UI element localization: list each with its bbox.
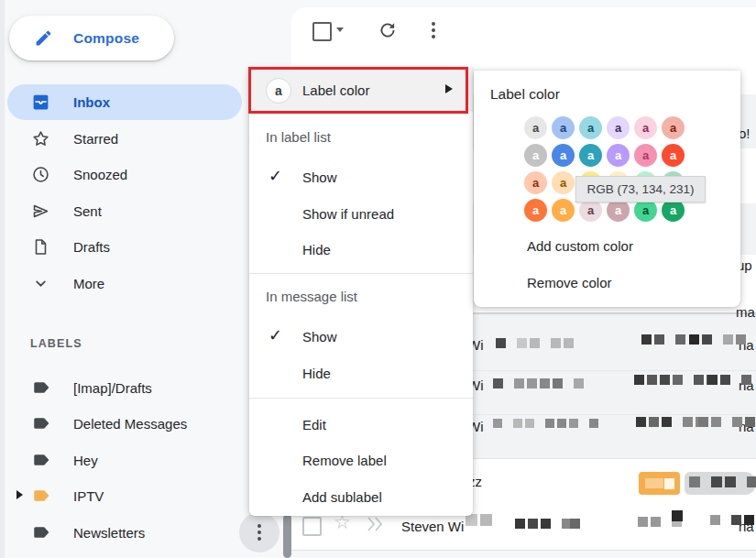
color-swatch[interactable]: a	[662, 116, 685, 139]
menu-item-add-custom-color[interactable]: Add custom color	[474, 232, 740, 259]
tag-icon	[33, 378, 51, 397]
clock-icon	[31, 165, 50, 184]
tag-icon	[33, 451, 51, 469]
redacted-pixels	[515, 519, 572, 529]
menu-item-add-sublabel[interactable]: Add sublabel	[249, 478, 473, 515]
label-name: Deleted Messages	[73, 416, 187, 432]
menu-item-show-if-unread[interactable]: Show if unread	[249, 195, 473, 232]
sidebar-item-sent[interactable]: Sent	[0, 193, 244, 229]
redacted-pixels	[672, 510, 683, 521]
nav-label: Sent	[73, 203, 102, 219]
sidebar-item-drafts[interactable]: Drafts	[0, 229, 244, 265]
refresh-icon[interactable]	[378, 20, 398, 40]
sidebar-scrollbar[interactable]	[283, 514, 291, 558]
inbox-icon	[31, 93, 50, 112]
color-swatch[interactable]: a	[634, 116, 657, 139]
clipped-snippet: ma	[736, 304, 755, 320]
menu-item-edit[interactable]: Edit	[249, 406, 473, 443]
menu-item-show-message-list[interactable]: ✓ Show	[249, 318, 473, 355]
row-hairline	[473, 414, 756, 415]
nav-label: Inbox	[73, 94, 110, 110]
email-row-checkbox[interactable]	[302, 517, 322, 536]
nav-label: Drafts	[73, 239, 110, 255]
select-all-checkbox[interactable]	[312, 22, 332, 41]
sidebar-item-snoozed[interactable]: Snoozed	[0, 157, 244, 192]
bottom-strip	[291, 551, 756, 558]
color-swatch[interactable]: a	[579, 144, 602, 167]
color-swatch[interactable]: a	[524, 171, 547, 194]
toolbar-more-icon[interactable]	[425, 20, 442, 40]
expand-arrow-icon[interactable]	[16, 490, 23, 499]
color-swatch[interactable]: a	[662, 144, 685, 167]
compose-button[interactable]: Compose	[9, 16, 174, 60]
tag-icon	[33, 414, 51, 432]
labels-section-header: LABELS	[30, 337, 82, 350]
redacted-pixels	[493, 378, 584, 388]
menu-item-hide-message-list[interactable]: Hide	[249, 355, 473, 391]
nav-label: Snoozed	[73, 167, 127, 182]
sidebar-label-iptv[interactable]: IPTV	[0, 477, 244, 514]
menu-item-hide-label-list[interactable]: Hide	[249, 231, 473, 268]
menu-item-show-label-list[interactable]: ✓ Show	[249, 159, 473, 195]
color-swatch[interactable]: a	[552, 144, 575, 167]
redacted-pixels	[496, 338, 574, 348]
sidebar-label-hey[interactable]: Hey	[0, 442, 244, 478]
nav-label: More	[73, 276, 104, 291]
label-name: Hey	[73, 453, 98, 468]
compose-label: Compose	[73, 30, 139, 47]
sidebar-item-inbox[interactable]: Inbox	[0, 84, 244, 120]
sidebar-label--imap-drafts[interactable]: [Imap]/Drafts	[0, 369, 244, 406]
color-swatch[interactable]: a	[579, 116, 602, 139]
submenu-arrow-icon	[445, 84, 453, 93]
label-chip-orange[interactable]	[639, 472, 680, 495]
chip-redaction	[645, 478, 663, 488]
redacted-pixels	[636, 417, 706, 427]
menu-divider	[249, 398, 473, 399]
menu-divider	[249, 273, 473, 274]
send-icon	[31, 202, 50, 221]
row-hairline	[473, 370, 756, 371]
more-vertical-icon	[257, 524, 261, 541]
color-swatch[interactable]: a	[552, 116, 575, 139]
menu-item-label: Label color	[302, 82, 369, 98]
tag-icon	[33, 487, 51, 505]
color-swatch[interactable]: a	[552, 171, 575, 194]
tag-icon	[33, 523, 51, 542]
color-swatch[interactable]: a	[552, 199, 575, 222]
submenu-title: Label color	[490, 86, 560, 103]
redacted-pixels	[466, 514, 492, 526]
color-swatch[interactable]: a	[607, 144, 630, 167]
menu-section-header: In message list	[266, 289, 449, 312]
menu-item-label-color[interactable]: a Label color	[249, 69, 473, 112]
color-swatch[interactable]: a	[524, 199, 547, 222]
redacted-pixels	[570, 519, 580, 529]
label-options-button[interactable]	[239, 512, 279, 553]
sidebar-label-newsletters[interactable]: Newsletters	[0, 514, 244, 551]
label-color-submenu: Label color aaaaaaaaaaaaaaaaaaaaaaaa RGB…	[474, 71, 740, 307]
gmail-app: Compose InboxStarredSnoozedSentDraftsMor…	[0, 0, 756, 558]
redacted-pixels	[689, 334, 746, 345]
color-swatch[interactable]: a	[634, 144, 657, 167]
checkmark-icon: ✓	[268, 166, 282, 186]
color-swatch[interactable]: a	[524, 144, 547, 167]
rgb-tooltip: RGB (73, 134, 231)	[575, 176, 706, 202]
select-caret-icon[interactable]	[336, 27, 344, 32]
redacted-pixels	[710, 515, 754, 525]
checkmark-icon: ✓	[268, 325, 282, 345]
sender-fragment: Steven Wi	[401, 519, 464, 534]
menu-item-remove-label[interactable]: Remove label	[249, 442, 473, 478]
color-swatch[interactable]: a	[607, 116, 630, 139]
draft-icon	[31, 237, 50, 257]
redacted-pixels	[634, 375, 717, 385]
redacted-pixels	[707, 375, 751, 385]
important-marker-icon[interactable]	[365, 515, 387, 533]
color-swatch[interactable]: a	[524, 116, 547, 139]
sidebar-item-starred[interactable]: Starred	[0, 121, 244, 157]
color-swatch-grid: aaaaaaaaaaaaaaaaaaaaaaaa	[524, 116, 689, 222]
sidebar-label-deleted-messages[interactable]: Deleted Messages	[0, 405, 244, 442]
row-divider	[291, 550, 756, 551]
redacted-pixels	[641, 334, 685, 345]
menu-section-header: In label list	[266, 129, 449, 153]
menu-item-remove-color[interactable]: Remove color	[474, 268, 740, 296]
sidebar-item-more[interactable]: More	[0, 266, 244, 301]
